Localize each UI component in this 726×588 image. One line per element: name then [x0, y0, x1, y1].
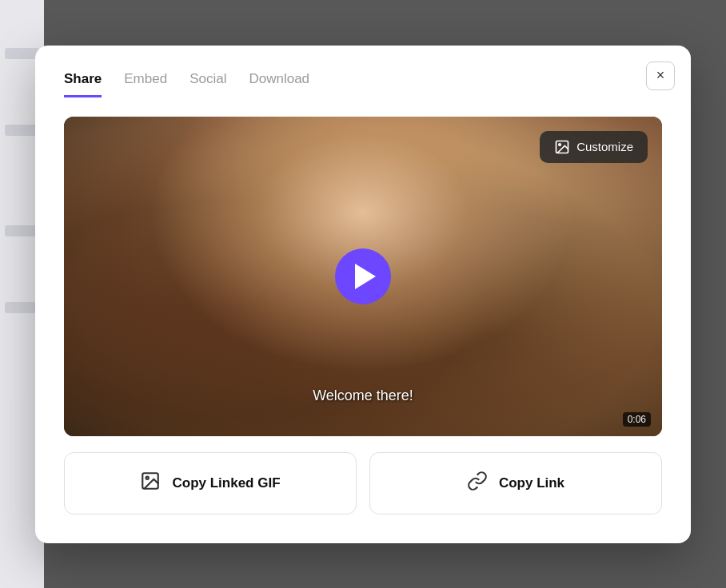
svg-point-3 — [146, 476, 149, 479]
link-icon — [467, 471, 488, 496]
bg-item-3 — [5, 243, 39, 299]
bg-label-3 — [5, 225, 39, 236]
image-icon — [140, 471, 161, 496]
customize-button[interactable]: Customize — [540, 131, 648, 163]
bg-label-1 — [5, 48, 39, 59]
tab-embed[interactable]: Embed — [124, 71, 167, 97]
customize-label: Customize — [576, 140, 633, 153]
tab-download[interactable]: Download — [249, 71, 309, 97]
action-buttons: Copy Linked GIF Copy Link — [64, 452, 662, 514]
bg-item-1 — [5, 66, 39, 121]
bg-label-2 — [5, 125, 39, 136]
copy-link-button[interactable]: Copy Link — [369, 452, 662, 514]
copy-linked-gif-button[interactable]: Copy Linked GIF — [64, 452, 357, 514]
copy-linked-gif-label: Copy Linked GIF — [172, 475, 280, 491]
tab-share[interactable]: Share — [64, 71, 102, 97]
close-button[interactable]: × — [646, 62, 675, 90]
share-modal: × Share Embed Social Download Customize … — [35, 46, 691, 543]
bg-item-2 — [5, 142, 39, 222]
tab-bar: Share Embed Social Download — [64, 71, 662, 97]
bg-item-4 — [5, 320, 39, 399]
video-preview[interactable]: Customize Welcome there! 0:06 — [64, 117, 662, 436]
customize-icon — [554, 139, 570, 155]
tab-social[interactable]: Social — [189, 71, 226, 97]
svg-point-1 — [559, 143, 561, 145]
play-button[interactable] — [335, 248, 391, 304]
bg-label-4 — [5, 302, 39, 313]
video-duration: 0:06 — [623, 412, 651, 427]
video-subtitle: Welcome there! — [313, 387, 413, 404]
copy-link-label: Copy Link — [499, 475, 564, 491]
